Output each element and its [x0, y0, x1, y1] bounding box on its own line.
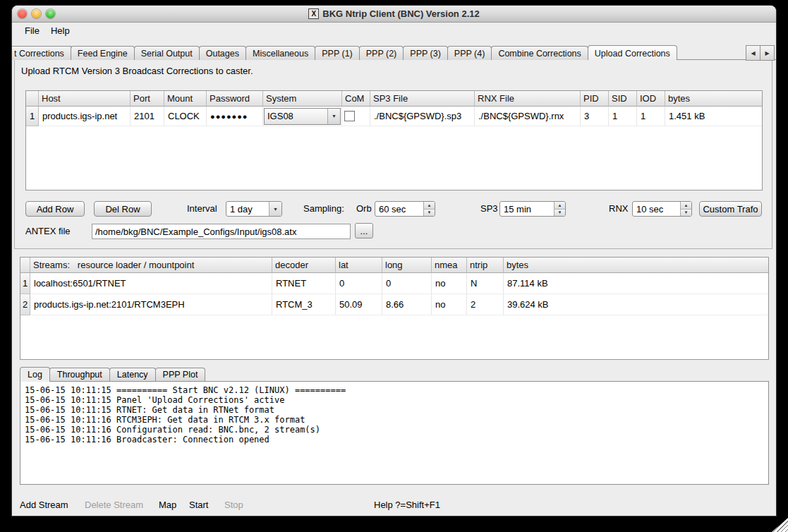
log-view[interactable]: 15-06-15 10:11:15 ========== Start BNC v… — [20, 381, 769, 485]
cell-nmea: no — [432, 294, 467, 315]
spin-up-icon[interactable]: ▲ — [424, 202, 435, 209]
col-header-mountpoint: Streams: resource loader / mountpoint — [30, 258, 272, 273]
delete-stream-button: Delete Stream — [85, 497, 143, 513]
cell-password[interactable]: ●●●●●●● — [207, 107, 263, 126]
antex-file-input[interactable] — [92, 224, 351, 239]
com-checkbox[interactable] — [344, 111, 355, 121]
screen-background: X BKG Ntrip Client (BNC) Version 2.12 Fi… — [0, 0, 788, 532]
col-header-host: Host — [39, 91, 131, 107]
rnx-spin-buttons: ▲ ▼ — [680, 202, 691, 216]
col-header-sp3-file: SP3 File — [370, 91, 475, 107]
interval-combobox[interactable]: 1 day ▼ — [226, 201, 282, 217]
log-line: 15-06-15 10:11:15 RTNET: Get data in RTN… — [25, 405, 764, 415]
title-bar[interactable]: X BKG Ntrip Client (BNC) Version 2.12 — [12, 6, 776, 23]
spin-down-icon[interactable]: ▼ — [681, 209, 691, 217]
col-header-iod: IOD — [637, 91, 665, 107]
col-header-port: Port — [131, 91, 164, 107]
cell-bytes: 87.114 kB — [504, 273, 768, 294]
browse-button[interactable]: ... — [355, 223, 373, 238]
resize-grip[interactable] — [772, 518, 788, 532]
tab-ppp-4[interactable]: PPP (4) — [447, 46, 492, 60]
tab-upload-corrections[interactable]: Upload Corrections — [588, 45, 677, 60]
cell-nmea: no — [432, 273, 467, 294]
cell-rnx-file[interactable]: ./BNC${GPSWD}.rnx — [475, 107, 581, 126]
cell-long: 8.66 — [382, 294, 432, 315]
cell-port[interactable]: 2101 — [131, 107, 164, 126]
spin-up-icon[interactable]: ▲ — [554, 202, 565, 209]
window-title: BKG Ntrip Client (BNC) Version 2.12 — [322, 8, 479, 19]
add-stream-button[interactable]: Add Stream — [20, 497, 68, 513]
tab-serial-output[interactable]: Serial Output — [134, 46, 200, 60]
col-header-system: System — [263, 91, 342, 107]
sp3-sampling-spinbox[interactable]: 15 min ▲ ▼ — [499, 201, 566, 217]
help-hint-label: Help ?=Shift+F1 — [374, 497, 440, 513]
cell-iod[interactable]: 1 — [637, 107, 665, 126]
spin-up-icon[interactable]: ▲ — [681, 202, 691, 209]
cell-sid[interactable]: 1 — [609, 107, 637, 126]
zoom-button[interactable] — [46, 9, 55, 18]
cell-pid[interactable]: 3 — [581, 107, 609, 126]
cell-sp3-file[interactable]: ./BNC${GPSWD}.sp3 — [370, 107, 475, 126]
chevron-down-icon[interactable]: ▼ — [269, 202, 281, 216]
cell-bytes: 39.624 kB — [504, 294, 768, 315]
cell-mountpoint: products.igs-ip.net:2101/RTCM3EPH — [30, 294, 272, 315]
rnx-label: RNX — [609, 201, 628, 217]
tab-log[interactable]: Log — [20, 367, 50, 382]
orb-sampling-spinbox[interactable]: 60 sec ▲ ▼ — [375, 201, 435, 217]
title-group: X BKG Ntrip Client (BNC) Version 2.12 — [308, 8, 479, 19]
antex-file-label: ANTEX file — [25, 224, 71, 239]
tab-throughput[interactable]: Throughput — [49, 368, 110, 381]
panel-description: Upload RTCM Version 3 Broadcast Correcti… — [21, 66, 253, 76]
chevron-down-icon[interactable]: ▼ — [327, 109, 340, 124]
cell-host[interactable]: products.igs-ip.net — [39, 107, 131, 126]
cell-mount[interactable]: CLOCK — [164, 107, 207, 126]
close-button[interactable] — [18, 9, 27, 18]
cell-lat: 0 — [336, 273, 382, 294]
log-line: 15-06-15 10:11:16 Broadcaster: Connectio… — [25, 435, 764, 445]
tab-feed-engine[interactable]: Feed Engine — [71, 46, 135, 60]
del-row-button[interactable]: Del Row — [94, 201, 152, 217]
col-header-bytes: bytes — [504, 258, 768, 273]
custom-trafo-button[interactable]: Custom Trafo — [699, 201, 762, 217]
col-header-password: Password — [207, 91, 263, 107]
col-header-long: long — [382, 258, 432, 273]
tab-outages[interactable]: Outages — [199, 46, 246, 60]
tab-ppp-1[interactable]: PPP (1) — [315, 46, 360, 60]
orb-label: Orb — [356, 201, 372, 217]
sp3-sampling-value: 15 min — [500, 202, 554, 216]
col-header-bytes: bytes — [665, 91, 762, 107]
tab-broadcast-corrections[interactable]: t Corrections — [12, 46, 71, 60]
tab-miscellaneous[interactable]: Miscellaneous — [246, 46, 315, 60]
upload-table-header-row: Host Port Mount Password System CoM SP3 … — [26, 91, 762, 107]
scroll-right-icon[interactable]: ▶ — [760, 45, 775, 61]
minimize-button[interactable] — [32, 9, 41, 18]
tab-ppp-plot[interactable]: PPP Plot — [155, 368, 206, 381]
menu-file[interactable]: File — [19, 24, 45, 37]
menu-help[interactable]: Help — [45, 24, 75, 37]
system-combobox[interactable]: IGS08 ▼ — [264, 108, 341, 125]
tab-combine-corrections[interactable]: Combine Corrections — [491, 46, 588, 60]
sp3-label: SP3 — [480, 201, 498, 217]
rnx-sampling-spinbox[interactable]: 10 sec ▲ ▼ — [632, 201, 692, 217]
tab-ppp-3[interactable]: PPP (3) — [403, 46, 448, 60]
col-header-ntrip: ntrip — [467, 258, 504, 273]
spin-down-icon[interactable]: ▼ — [424, 209, 435, 217]
tab-ppp-2[interactable]: PPP (2) — [359, 46, 404, 60]
stream-row[interactable]: 1 localhost:6501/RTNET RTNET 0 0 no N 87… — [20, 273, 768, 294]
col-header-mount: Mount — [164, 91, 207, 107]
stop-button: Stop — [224, 497, 243, 513]
map-button[interactable]: Map — [159, 497, 176, 513]
sampling-label: Sampling: — [303, 201, 344, 217]
scroll-left-icon[interactable]: ◀ — [746, 45, 760, 61]
tab-latency[interactable]: Latency — [109, 368, 156, 381]
upload-table: Host Port Mount Password System CoM SP3 … — [25, 90, 763, 191]
start-button[interactable]: Start — [189, 497, 208, 513]
col-header-nmea: nmea — [432, 258, 467, 273]
spin-down-icon[interactable]: ▼ — [554, 209, 565, 217]
log-line: 15-06-15 10:11:16 RTCM3EPH: Get data in … — [25, 415, 764, 425]
stream-row[interactable]: 2 products.igs-ip.net:2101/RTCM3EPH RTCM… — [20, 294, 768, 315]
add-row-button[interactable]: Add Row — [25, 201, 85, 217]
top-tab-bar: t Corrections Feed Engine Serial Output … — [12, 44, 746, 60]
log-line: 15-06-15 10:11:15 Panel 'Upload Correcti… — [25, 395, 764, 405]
rnx-sampling-value: 10 sec — [633, 202, 680, 216]
